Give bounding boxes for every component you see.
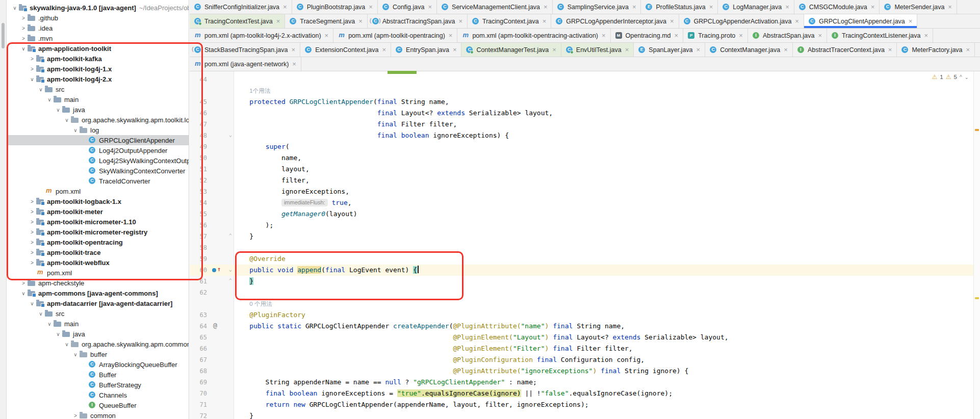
close-icon[interactable]: × bbox=[276, 18, 280, 24]
code-text[interactable]: getManager0(layout) bbox=[234, 208, 974, 220]
close-icon[interactable]: × bbox=[453, 46, 457, 53]
tree-item-apm-toolkit-webflux[interactable]: >apm-toolkit-webflux bbox=[7, 257, 189, 268]
code-line-60[interactable]: 60↑⌄ public void append(final LogEvent e… bbox=[190, 265, 974, 276]
code-text[interactable]: String appenderName = name == null ? "gR… bbox=[234, 377, 974, 388]
tree-item-apm-toolkit-logback-1-x[interactable]: >apm-toolkit-logback-1.x bbox=[7, 196, 189, 206]
tab-pom-xml-apm-toolkit-opentracing-activation[interactable]: mpom.xml (apm-toolkit-opentracing-activa… bbox=[457, 29, 610, 42]
tab-stackbasedtracingspan-java[interactable]: (C)StackBasedTracingSpan.java× bbox=[190, 43, 300, 57]
tree-item-apm-toolkit-micrometer-1-10[interactable]: >apm-toolkit-micrometer-1.10 bbox=[7, 217, 189, 227]
code-line-49[interactable]: 49 super( bbox=[190, 141, 974, 152]
code-text[interactable]: } bbox=[234, 410, 974, 419]
tab-grpclogappenderinterceptor-java[interactable]: CGRPCLogAppenderInterceptor.java× bbox=[551, 14, 679, 28]
code-area[interactable]: 44 1个用法45 protected GRPCLogClientAppende… bbox=[190, 74, 974, 419]
tree-item-apm-commons-java-agent-commons[interactable]: ∨apm-commons [java-agent-commons] bbox=[7, 288, 189, 298]
tree-item-apm-toolkit-meter[interactable]: >apm-toolkit-meter bbox=[7, 206, 189, 217]
code-text[interactable]: 1个用法 bbox=[234, 85, 974, 96]
fold-region-start-icon[interactable]: ⌄ bbox=[228, 266, 232, 273]
tab-servicemanagementclient-java[interactable]: CServiceManagementClient.java× bbox=[437, 0, 553, 14]
close-icon[interactable]: × bbox=[784, 46, 788, 53]
tree-item-main[interactable]: ∨main bbox=[7, 94, 189, 104]
inlay-hint-row[interactable]: 1个用法 bbox=[190, 85, 974, 96]
code-line-58[interactable]: 58 bbox=[190, 242, 974, 253]
close-icon[interactable]: × bbox=[428, 4, 432, 10]
tree-item-java[interactable]: ∨java bbox=[7, 104, 189, 115]
chevron-open-icon[interactable]: ∨ bbox=[28, 301, 36, 306]
tab-pom-xml-apm-toolkit-log4j-2-x-activation[interactable]: mpom.xml (apm-toolkit-log4j-2.x-activati… bbox=[190, 29, 333, 42]
code-text[interactable]: public void append(final LogEvent event)… bbox=[234, 265, 974, 276]
chevron-open-icon[interactable]: ∨ bbox=[11, 5, 19, 11]
code-text[interactable]: final boolean ignoreExceptions) { bbox=[234, 130, 974, 141]
close-icon[interactable]: × bbox=[795, 18, 799, 24]
code-line-55[interactable]: 55 getManager0(layout) bbox=[190, 208, 974, 220]
chevron-open-icon[interactable]: ∨ bbox=[63, 117, 71, 123]
chevron-closed-icon[interactable]: > bbox=[19, 25, 28, 31]
chevron-closed-icon[interactable]: > bbox=[28, 260, 36, 266]
close-icon[interactable]: × bbox=[449, 32, 453, 39]
tab-snifferconfiginitializer-java[interactable]: CSnifferConfigInitializer.java× bbox=[190, 0, 292, 14]
error-stripe-mark[interactable] bbox=[975, 297, 979, 299]
code-line-45[interactable]: 45 protected GRPCLogClientAppender(final… bbox=[190, 96, 974, 108]
code-text[interactable]: super( bbox=[234, 141, 974, 152]
tree-item-log4j2skywalkingcontextoutputap[interactable]: CLog4j2SkyWalkingContextOutputAp bbox=[7, 155, 189, 166]
tab-spanlayer-java[interactable]: ESpanLayer.java× bbox=[634, 43, 705, 57]
chevron-open-icon[interactable]: ∨ bbox=[45, 321, 54, 327]
fold-region-start-icon[interactable]: ⌄ bbox=[228, 132, 232, 138]
close-icon[interactable]: × bbox=[948, 4, 952, 10]
tab-contextmanagertest-java[interactable]: CContextManagerTest.java× bbox=[461, 43, 561, 57]
inspections-widget[interactable]: ⚠1 ⚠5 ^ ⌄ bbox=[932, 73, 969, 81]
overrides-method-icon[interactable] bbox=[212, 268, 216, 272]
code-line-67[interactable]: 67 @PluginConfiguration final Configurat… bbox=[190, 354, 974, 365]
close-icon[interactable]: × bbox=[966, 46, 970, 53]
tab-abstracttracercontext-java[interactable]: IAbstractTracerContext.java× bbox=[793, 43, 897, 57]
code-line-69[interactable]: 69 String appenderName = name == null ? … bbox=[190, 377, 974, 388]
tab-tracingcontexttest-java[interactable]: CTracingContextTest.java× bbox=[190, 14, 285, 28]
code-line-46[interactable]: 46 final Layout<? extends Serializable> … bbox=[190, 108, 974, 119]
code-line-62[interactable]: 62 bbox=[190, 287, 974, 298]
tree-item-mvn[interactable]: >.mvn bbox=[7, 33, 189, 43]
chevron-closed-icon[interactable]: > bbox=[71, 413, 80, 418]
close-icon[interactable]: × bbox=[670, 18, 674, 24]
code-text[interactable]: filter, bbox=[234, 175, 974, 186]
code-text[interactable]: public static GRPCLogClientAppender crea… bbox=[234, 321, 974, 332]
tab-profilestatus-java[interactable]: EProfileStatus.java× bbox=[641, 0, 718, 14]
chevron-closed-icon[interactable]: > bbox=[19, 280, 28, 286]
tree-item-buffer[interactable]: CBuffer bbox=[7, 370, 189, 380]
tree-item-src[interactable]: ∨src bbox=[7, 308, 189, 319]
chevron-open-icon[interactable]: ∨ bbox=[54, 331, 62, 337]
code-line-47[interactable]: 47 final Filter filter, bbox=[190, 119, 974, 130]
code-line-63[interactable]: 63 @PluginFactory bbox=[190, 309, 974, 321]
code-text[interactable]: @PluginElement("Filter") final Filter fi… bbox=[234, 343, 974, 354]
close-icon[interactable]: × bbox=[283, 4, 287, 10]
tab-tracingcontextlistener-java[interactable]: ITracingContextListener.java× bbox=[827, 29, 933, 42]
chevron-closed-icon[interactable]: > bbox=[19, 36, 28, 41]
chevron-open-icon[interactable]: ∨ bbox=[54, 107, 62, 113]
code-line-65[interactable]: 65 @PluginElement("Layout") final Layout… bbox=[190, 332, 974, 343]
code-line-72[interactable]: 72 } bbox=[190, 410, 974, 419]
chevron-open-icon[interactable]: ∨ bbox=[19, 291, 28, 296]
close-icon[interactable]: × bbox=[552, 46, 556, 53]
tree-item-pom-xml[interactable]: mpom.xml bbox=[7, 186, 189, 196]
chevron-closed-icon[interactable]: > bbox=[28, 240, 36, 245]
tab-pom-xml-apm-toolkit-opentracing[interactable]: mpom.xml (apm-toolkit-opentracing)× bbox=[333, 29, 457, 42]
close-icon[interactable]: × bbox=[358, 18, 363, 24]
tab-logmanager-java[interactable]: CLogManager.java× bbox=[718, 0, 794, 14]
tree-item-bufferstrategy[interactable]: CBufferStrategy bbox=[7, 380, 189, 390]
close-icon[interactable]: × bbox=[325, 32, 329, 39]
code-line-68[interactable]: 68 @PluginAttribute("ignoreExceptions") … bbox=[190, 365, 974, 377]
code-line-61[interactable]: 61⌃ } bbox=[190, 276, 974, 287]
tab-tracingcontext-java[interactable]: CTracingContext.java× bbox=[468, 14, 551, 28]
code-line-59[interactable]: 59 @Override bbox=[190, 253, 974, 265]
chevron-open-icon[interactable]: ∨ bbox=[28, 76, 36, 82]
editor[interactable]: 44 1个用法45 protected GRPCLogClientAppende… bbox=[190, 71, 980, 419]
tree-item-channels[interactable]: CChannels bbox=[7, 390, 189, 400]
inlay-hint-row[interactable]: 0 个用法 bbox=[190, 298, 974, 309]
chevron-open-icon[interactable]: ∨ bbox=[37, 87, 45, 92]
error-stripe[interactable] bbox=[973, 71, 980, 419]
annotation-gutter-icon[interactable]: @ bbox=[213, 322, 217, 329]
tool-window-stripe[interactable] bbox=[0, 0, 7, 419]
tree-item-apm-toolkit-micrometer-registry[interactable]: >apm-toolkit-micrometer-registry bbox=[7, 227, 189, 237]
chevron-open-icon[interactable]: ∨ bbox=[63, 342, 71, 347]
prev-issue-chevron-icon[interactable]: ^ bbox=[960, 74, 962, 80]
tab-meterfactory-java[interactable]: CMeterFactory.java× bbox=[897, 43, 975, 57]
close-icon[interactable]: × bbox=[909, 18, 913, 24]
